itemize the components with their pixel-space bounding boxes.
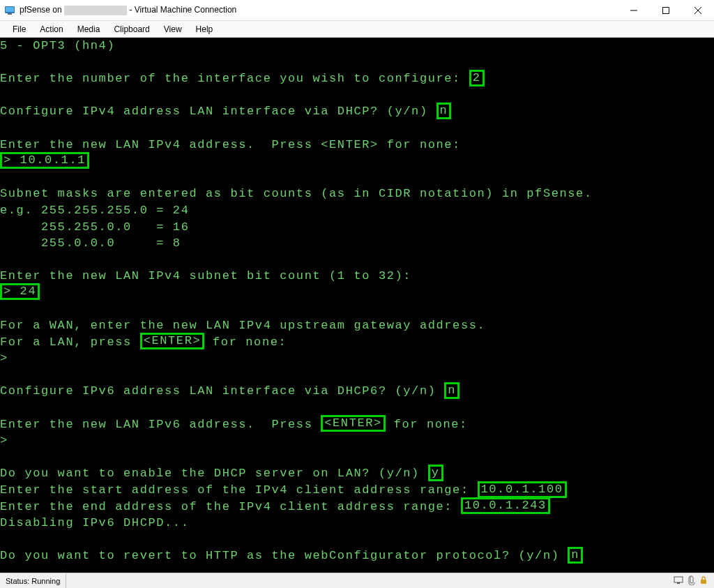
- status-bar: Status: Running: [0, 573, 714, 588]
- terminal-line: >: [0, 352, 8, 365]
- highlight-subnet-bits: > 24: [0, 283, 40, 300]
- menu-action[interactable]: Action: [33, 22, 70, 37]
- highlight-dhcp6-answer: n: [444, 382, 459, 399]
- menu-view[interactable]: View: [157, 22, 189, 37]
- highlight-enter-ipv6: <ENTER>: [321, 415, 386, 432]
- terminal-line: Enter the new LAN IPv6 address. Press: [0, 418, 321, 431]
- highlight-http-revert: n: [568, 547, 583, 564]
- terminal-line: for none:: [386, 418, 468, 431]
- terminal-line: Enter the new LAN IPv4 address. Press <E…: [0, 138, 461, 151]
- close-button[interactable]: [682, 0, 714, 20]
- terminal-line: Configure IPv4 address LAN interface via…: [0, 105, 436, 118]
- terminal-line: For a LAN, press: [0, 336, 140, 349]
- terminal-line: Configure IPv6 address LAN interface via…: [0, 384, 444, 398]
- maximize-button[interactable]: [650, 0, 682, 20]
- status-text: Status: Running: [0, 573, 66, 588]
- terminal-line: Enter the number of the interface you wi…: [0, 72, 469, 85]
- redacted-segment: [64, 6, 127, 15]
- terminal-line: >: [0, 434, 8, 447]
- menu-bar: File Action Media Clipboard View Help: [0, 21, 714, 38]
- terminal-line: Enter the start address of the IPv4 clie…: [0, 483, 478, 497]
- minimize-button[interactable]: [618, 0, 650, 20]
- terminal-line: Subnet masks are entered as bit counts (…: [0, 187, 593, 200]
- window-controls: [618, 0, 714, 20]
- terminal-line: Do you want to revert to HTTP as the web…: [0, 549, 568, 562]
- terminal-line: 5 - OPT3 (hn4): [0, 39, 115, 52]
- highlight-range-start: 10.0.1.100: [478, 481, 567, 498]
- app-icon: [4, 5, 15, 16]
- svg-rect-4: [663, 7, 669, 13]
- terminal-line: Enter the end address of the IPv4 client…: [0, 500, 461, 513]
- menu-media[interactable]: Media: [70, 22, 107, 37]
- terminal-line: 255.255.0.0 = 16: [0, 220, 189, 234]
- svg-rect-1: [6, 7, 14, 12]
- highlight-ipv4-address: > 10.0.1.1: [0, 152, 89, 169]
- terminal-line: For a WAN, enter the new LAN IPv4 upstre…: [0, 319, 485, 332]
- highlight-dhcp-ipv4-answer: n: [436, 103, 452, 119]
- menu-file[interactable]: File: [6, 22, 33, 37]
- terminal-line: e.g. 255.255.255.0 = 24: [0, 204, 189, 217]
- monitor-icon[interactable]: [674, 575, 683, 587]
- window-titlebar: pfSense on - Virtual Machine Connection: [0, 0, 714, 21]
- highlight-enter-gateway: <ENTER>: [140, 333, 205, 349]
- svg-rect-8: [677, 582, 680, 584]
- terminal-line: Do you want to enable the DHCP server on…: [0, 467, 428, 480]
- lock-icon[interactable]: [699, 575, 708, 587]
- terminal-line: Disabling IPv6 DHCPD...: [0, 516, 189, 529]
- window-title: pfSense on - Virtual Machine Connection: [20, 5, 618, 15]
- terminal-output[interactable]: 5 - OPT3 (hn4) Enter the number of the i…: [0, 38, 714, 573]
- terminal-line: for none:: [204, 336, 287, 349]
- svg-rect-9: [701, 580, 706, 584]
- attachment-icon[interactable]: [686, 575, 696, 587]
- highlight-dhcp-enable: y: [428, 465, 443, 481]
- svg-rect-7: [674, 577, 683, 582]
- menu-help[interactable]: Help: [189, 22, 220, 37]
- menu-clipboard[interactable]: Clipboard: [107, 22, 156, 37]
- terminal-line: 255.0.0.0 = 8: [0, 236, 181, 250]
- status-icons: [674, 575, 714, 587]
- highlight-interface-number: 2: [469, 70, 485, 86]
- terminal-line: Enter the new LAN IPv4 subnet bit count …: [0, 269, 411, 282]
- highlight-range-end: 10.0.1.243: [461, 497, 550, 514]
- svg-rect-2: [8, 13, 12, 15]
